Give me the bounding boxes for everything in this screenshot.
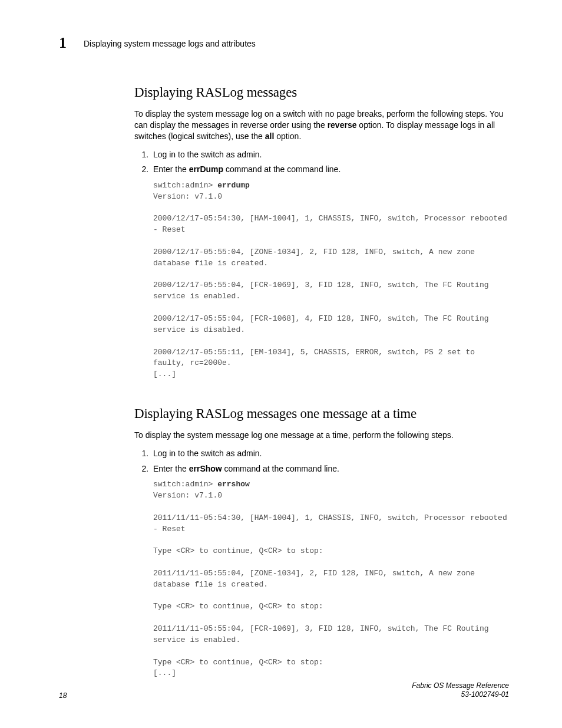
section1-intro: To display the system message log on a s… <box>134 108 509 142</box>
prompt: switch:admin> <box>153 480 217 489</box>
doc-title: Fabric OS Message Reference <box>412 681 509 690</box>
terminal-output-errshow: switch:admin> errshow Version: v7.1.0 20… <box>153 479 509 679</box>
section1-steps: Log in to the switch as admin. Enter the… <box>134 149 509 176</box>
terminal-output-errdump: switch:admin> errdump Version: v7.1.0 20… <box>153 180 509 380</box>
section-heading-raslog-one: Displaying RASLog messages one message a… <box>134 406 509 421</box>
doc-id: 53-1002749-01 <box>461 690 509 699</box>
page-number: 18 <box>59 691 67 700</box>
intro-text: option. <box>274 131 301 141</box>
section-heading-raslog: Displaying RASLog messages <box>134 85 509 100</box>
step-text: command at the command line. <box>223 164 340 174</box>
option-reverse: reverse <box>328 120 357 130</box>
section2-steps: Log in to the switch as admin. Enter the… <box>134 448 509 475</box>
typed-command: errshow <box>217 480 250 489</box>
option-all: all <box>265 131 275 141</box>
step-text: command at the command line. <box>222 464 339 473</box>
step-text: Enter the <box>153 164 189 174</box>
terminal-lines: Version: v7.1.0 2000/12/17-05:54:30, [HA… <box>153 192 512 379</box>
section2-intro: To display the system message log one me… <box>134 430 509 441</box>
step-text: Enter the <box>153 464 189 473</box>
command-name: errDump <box>189 164 223 174</box>
page-header: 1 Displaying system message logs and att… <box>59 35 509 51</box>
step-text: Log in to the switch as admin. <box>153 449 262 458</box>
step-item: Log in to the switch as admin. <box>151 448 509 460</box>
chapter-number: 1 <box>59 35 84 51</box>
prompt: switch:admin> <box>153 181 217 190</box>
terminal-lines: Version: v7.1.0 2011/11/11-05:54:30, [HA… <box>153 491 512 678</box>
command-name: errShow <box>189 464 222 473</box>
step-text: Log in to the switch as admin. <box>153 150 262 159</box>
page-footer: 18 Fabric OS Message Reference 53-100274… <box>59 681 509 700</box>
step-item: Log in to the switch as admin. <box>151 149 509 161</box>
running-header-title: Displaying system message logs and attri… <box>84 39 256 48</box>
step-item: Enter the errDump command at the command… <box>151 164 509 176</box>
typed-command: errdump <box>217 181 250 190</box>
step-item: Enter the errShow command at the command… <box>151 463 509 475</box>
doc-reference: Fabric OS Message Reference 53-1002749-0… <box>412 681 509 700</box>
